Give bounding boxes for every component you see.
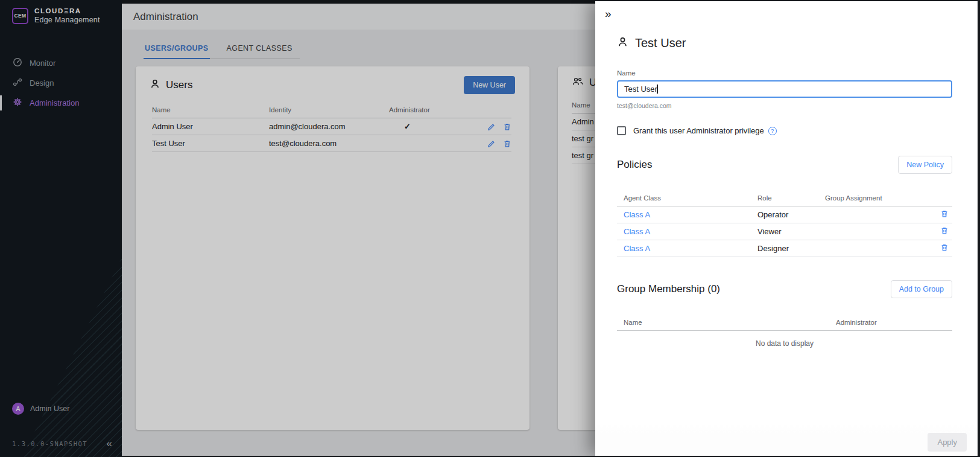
name-field-label: Name <box>617 69 952 77</box>
delete-policy-button[interactable] <box>940 243 949 252</box>
column-name: Name <box>624 319 836 326</box>
policies-table-header: Agent Class Role Group Assignment <box>617 190 952 206</box>
drawer-title: Test User <box>635 36 686 50</box>
policy-role: Viewer <box>757 227 825 236</box>
column-group-assignment: Group Assignment <box>825 194 915 202</box>
group-membership-title: Group Membership (0) <box>617 283 720 295</box>
agent-class-link[interactable]: Class A <box>624 227 650 236</box>
column-role: Role <box>757 194 825 202</box>
column-agent-class: Agent Class <box>624 194 757 202</box>
app-root: CEM CLOUDΞRA Edge Management Monitor Des… <box>0 0 980 457</box>
policy-role: Operator <box>757 210 825 219</box>
agent-class-link[interactable]: Class A <box>624 210 650 219</box>
close-drawer-icon[interactable]: » <box>605 7 612 21</box>
group-membership-table-header: Name Administrator <box>617 314 952 331</box>
modal-backdrop[interactable] <box>0 0 595 457</box>
text-caret <box>657 85 658 94</box>
help-icon[interactable]: ? <box>768 127 777 135</box>
delete-policy-button[interactable] <box>940 209 949 218</box>
identity-helper-text: test@cloudera.com <box>617 102 952 109</box>
user-icon <box>617 36 628 50</box>
empty-state-text: No data to display <box>617 339 952 348</box>
policies-title: Policies <box>617 159 653 171</box>
policy-row: Class A Designer <box>617 240 952 257</box>
policy-row: Class A Operator <box>617 206 952 223</box>
apply-button[interactable]: Apply <box>928 433 967 452</box>
delete-policy-button[interactable] <box>940 226 949 235</box>
user-detail-drawer: » Test User Name test@cloudera.com Grant… <box>595 1 978 456</box>
policy-row: Class A Viewer <box>617 223 952 240</box>
drawer-footer: Apply <box>595 423 978 456</box>
name-input[interactable] <box>617 80 952 98</box>
policy-role: Designer <box>757 244 825 253</box>
new-policy-button[interactable]: New Policy <box>898 156 952 174</box>
admin-privilege-checkbox[interactable] <box>617 126 626 135</box>
agent-class-link[interactable]: Class A <box>624 244 650 253</box>
column-administrator: Administrator <box>836 319 877 326</box>
admin-privilege-label: Grant this user Administrator privilege <box>633 126 764 135</box>
add-to-group-button[interactable]: Add to Group <box>891 280 952 298</box>
